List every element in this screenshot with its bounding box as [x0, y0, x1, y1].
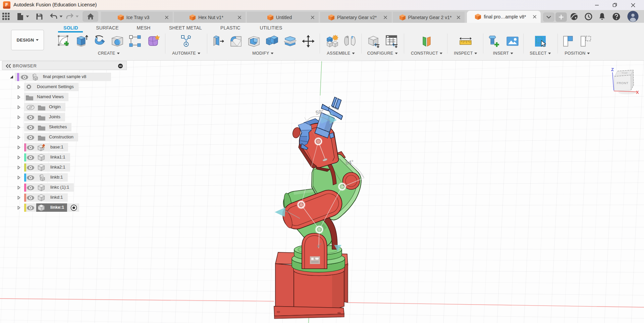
expander-collapsed-icon[interactable]: [17, 85, 20, 89]
group-label-insert[interactable]: INSERT: [493, 51, 513, 56]
tab-close-icon[interactable]: [165, 15, 169, 19]
circle-minus-icon[interactable]: [118, 63, 123, 69]
minimize-icon[interactable]: [589, 0, 604, 10]
tool-hole[interactable]: [110, 33, 125, 49]
group-label-position[interactable]: POSITION: [565, 51, 590, 56]
visibility-eye-icon[interactable]: [26, 135, 35, 140]
browser-row-origin[interactable]: Origin: [2, 102, 127, 112]
appbar-file-new-dropdown[interactable]: [25, 10, 30, 23]
group-label-construct[interactable]: CONSTRUCT: [411, 51, 442, 56]
group-label-configure[interactable]: CONFIGURE: [367, 51, 398, 56]
design-menu-button[interactable]: DESIGN: [11, 30, 44, 50]
tool-shell[interactable]: [246, 33, 262, 49]
browser-row-sketches[interactable]: Sketches: [2, 122, 127, 132]
home-button[interactable]: [83, 11, 98, 22]
visibility-eye-icon[interactable]: [26, 205, 35, 210]
tool-press-pull[interactable]: [210, 33, 226, 49]
expander-collapsed-icon[interactable]: [17, 155, 20, 159]
tool-fillet[interactable]: [228, 33, 244, 49]
document-tab-6[interactable]: final pro…ample v8*: [467, 11, 541, 23]
expander-expanded-icon[interactable]: [10, 75, 13, 79]
close-icon[interactable]: [625, 0, 641, 10]
help-icon[interactable]: [611, 10, 621, 23]
visibility-eye-icon[interactable]: [26, 185, 35, 190]
browser-row-linkb-1[interactable]: linkb:1: [2, 173, 127, 183]
visibility-eye-off-icon[interactable]: [26, 105, 35, 110]
document-tab-5[interactable]: Planetary Gear 2 v1*: [393, 12, 465, 23]
group-label-modify[interactable]: MODIFY: [252, 51, 273, 56]
appbar-redo-button[interactable]: [65, 10, 74, 23]
env-tab-mesh[interactable]: MESH: [137, 25, 150, 30]
browser-row-linke-1[interactable]: linke:1: [2, 203, 127, 213]
tool-construct-plane[interactable]: [419, 33, 434, 49]
expander-collapsed-icon[interactable]: [17, 176, 20, 180]
tool-configuration-table[interactable]: [384, 33, 399, 49]
appbar-app-grid-button[interactable]: [1, 10, 11, 23]
env-tab-utilities[interactable]: UTILITIES: [260, 25, 282, 30]
tool-create-sketch[interactable]: [56, 33, 72, 49]
visibility-eye-icon[interactable]: [26, 125, 35, 130]
expander-collapsed-icon[interactable]: [17, 206, 20, 210]
user-avatar[interactable]: [627, 10, 639, 23]
view-cube[interactable]: FRONT TOP Z X: [608, 64, 644, 97]
tool-joint[interactable]: [342, 33, 358, 49]
tab-close-icon[interactable]: [311, 15, 315, 19]
tool-move-copy[interactable]: [301, 33, 316, 49]
appbar-redo-dropdown[interactable]: [74, 10, 80, 23]
tool-automate[interactable]: [178, 33, 194, 49]
tool-split-body[interactable]: [282, 33, 298, 49]
expander-collapsed-icon[interactable]: [17, 115, 20, 119]
group-label-automate[interactable]: AUTOMATE: [172, 51, 200, 56]
tool-combine[interactable]: [264, 33, 280, 49]
group-label-assemble[interactable]: ASSEMBLE: [327, 51, 355, 56]
tool-revolve[interactable]: [92, 33, 107, 49]
notifications-icon[interactable]: [597, 10, 607, 23]
browser-row-named-views[interactable]: Named Views: [2, 92, 127, 102]
visibility-eye-icon[interactable]: [26, 175, 35, 180]
browser-row-linka2-1[interactable]: linka2:1: [2, 163, 127, 173]
tool-pattern[interactable]: [127, 33, 143, 49]
expander-collapsed-icon[interactable]: [17, 166, 20, 170]
expander-collapsed-icon[interactable]: [17, 105, 20, 109]
visibility-eye-icon[interactable]: [26, 195, 35, 200]
double-chevron-left-icon[interactable]: [5, 64, 12, 68]
tool-extrude[interactable]: [74, 33, 89, 49]
job-status-icon[interactable]: [584, 10, 593, 23]
browser-row-linkd-1[interactable]: linkd:1: [2, 193, 127, 203]
expander-collapsed-icon[interactable]: [17, 196, 20, 200]
browser-row-joints[interactable]: Joints: [2, 112, 127, 122]
expander-collapsed-icon[interactable]: [17, 186, 20, 190]
browser-row-construction[interactable]: Construction: [2, 132, 127, 142]
browser-row-linkc-1-1[interactable]: linkc (1):1: [2, 183, 127, 193]
tool-new-component[interactable]: [325, 33, 340, 49]
browser-row-linka1-1[interactable]: linka1:1: [2, 152, 127, 163]
browser-header[interactable]: BROWSER: [2, 61, 127, 70]
tool-configuration[interactable]: [366, 33, 381, 49]
group-label-create[interactable]: CREATE: [98, 51, 120, 56]
expander-collapsed-icon[interactable]: [17, 95, 20, 99]
document-tab-3[interactable]: Untitled: [247, 12, 319, 23]
visibility-eye-icon[interactable]: [20, 75, 29, 80]
group-label-inspect[interactable]: INSPECT: [454, 51, 477, 56]
document-tab-4[interactable]: Planetary Gear v2*: [320, 12, 392, 23]
visibility-eye-icon[interactable]: [26, 155, 35, 160]
env-tab-plastic[interactable]: PLASTIC: [220, 25, 240, 30]
restore-icon[interactable]: [607, 0, 623, 10]
document-tab-2[interactable]: Hex Nut v1*: [174, 12, 246, 23]
env-tab-surface[interactable]: SURFACE: [96, 25, 119, 30]
visibility-eye-icon[interactable]: [26, 115, 35, 120]
env-tab-solid[interactable]: SOLID: [63, 25, 78, 30]
expander-collapsed-icon[interactable]: [17, 145, 20, 149]
tool-insert-fastener[interactable]: [486, 33, 501, 49]
expander-collapsed-icon[interactable]: [17, 135, 20, 139]
tool-create-form[interactable]: [146, 33, 161, 49]
appbar-undo-button[interactable]: [49, 10, 58, 23]
expander-collapsed-icon[interactable]: [17, 125, 20, 129]
tab-close-icon[interactable]: [383, 15, 387, 19]
document-tab-1[interactable]: Ice Tray v3: [101, 12, 173, 23]
new-tab-button[interactable]: [555, 12, 567, 22]
tool-measure[interactable]: [458, 33, 473, 49]
env-tab-sheet-metal[interactable]: SHEET METAL: [169, 25, 202, 30]
browser-row-final-project-sample-v8[interactable]: final project sample v8: [2, 72, 127, 82]
tab-close-icon[interactable]: [237, 15, 241, 19]
